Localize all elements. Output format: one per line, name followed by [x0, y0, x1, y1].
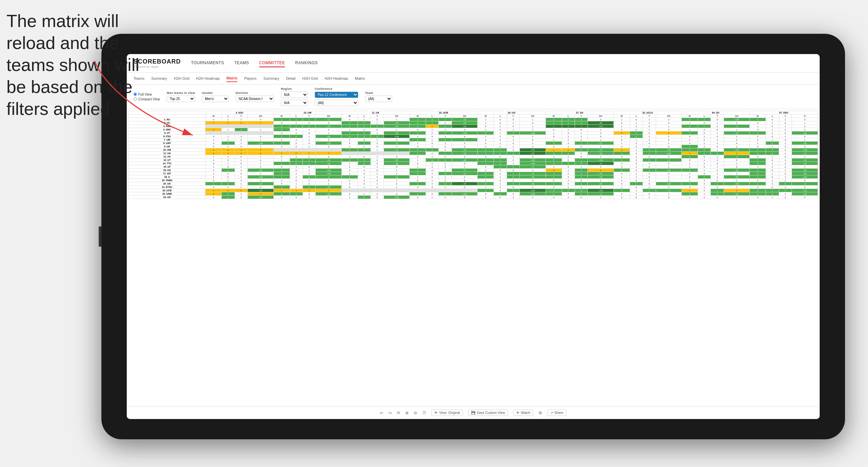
matrix-cell: +12	[384, 175, 410, 179]
matrix-cell: 1	[426, 121, 439, 125]
max-teams-select[interactable]: Top 25	[167, 96, 195, 102]
matrix-cell: 2	[792, 125, 818, 128]
matrix-cell: 1	[656, 142, 682, 145]
matrix-cell: 0	[290, 135, 303, 138]
matrix-cell: 1	[507, 121, 520, 125]
timer-icon[interactable]: ⏱	[422, 411, 426, 415]
matrix-cell: 2	[494, 169, 507, 172]
share-btn[interactable]: ↗ Share	[547, 410, 566, 416]
matrix-cell: 1	[724, 135, 750, 138]
sh-w1: W	[206, 115, 222, 118]
view-original-btn[interactable]: 👁 View: Original	[431, 410, 463, 416]
matrix-cell: 2	[410, 186, 426, 189]
matrix-cell: 1	[341, 138, 358, 142]
matrix-cell: 2	[358, 162, 370, 165]
matrix-cell: +100	[520, 189, 546, 192]
subnav-summary1[interactable]: Summary	[151, 75, 167, 82]
matrix-cell: 1	[562, 152, 575, 155]
undo-icon[interactable]: ↩	[380, 411, 383, 415]
matrix-cell: 1	[222, 162, 235, 165]
matrix-cell: 0	[613, 138, 630, 142]
nav-committee[interactable]: COMMITTEE	[259, 59, 285, 67]
nav-rankings[interactable]: RANKINGS	[295, 59, 318, 67]
matrix-cell: 0	[546, 162, 562, 165]
refresh-icon[interactable]: ⟳	[397, 411, 400, 415]
matrix-cell: +52	[384, 158, 410, 162]
subnav-matrix1[interactable]: Matrix	[226, 75, 237, 82]
matrix-cell: 1	[562, 118, 575, 121]
matrix-cell: 0	[273, 182, 290, 186]
matrix-cell: 0	[630, 145, 643, 148]
matrix-cell: 0	[766, 142, 779, 145]
matrix-cell: 1	[588, 196, 614, 199]
matrix-cell: 0	[235, 162, 247, 165]
team-select[interactable]: (All)	[365, 96, 392, 102]
matrix-cell: 1	[358, 142, 370, 145]
subnav-h2h-grid2[interactable]: H2H Grid	[302, 75, 318, 82]
matrix-cell: 0	[478, 182, 494, 186]
matrix-cell: 0	[316, 155, 342, 158]
sh-l8: L	[698, 115, 711, 118]
matrix-cell: 1	[656, 131, 682, 135]
matrix-cell: 2	[613, 145, 630, 148]
redo-icon[interactable]: ↪	[388, 411, 392, 415]
matrix-area[interactable]: 3. ASU 10. UW 11. UA 22. UCB 24. UO 27. …	[127, 109, 820, 406]
matrix-cell: 1	[358, 175, 370, 179]
zoom-out-icon[interactable]: ⊖	[414, 411, 417, 415]
settings-icon[interactable]: ⚙	[538, 411, 542, 415]
matrix-cell: 0	[546, 118, 562, 121]
region-select2[interactable]: N/A	[281, 100, 308, 106]
subnav-detail[interactable]: Detail	[286, 75, 295, 82]
subnav-h2h-heatmap2[interactable]: H2H Heatmap	[324, 75, 348, 82]
matrix-cell: 0	[426, 125, 439, 128]
region-select[interactable]: N/A	[281, 92, 308, 98]
matrix-cell: 1	[682, 145, 698, 148]
division-select[interactable]: NCAA Division I	[236, 96, 274, 102]
matrix-cell	[248, 125, 274, 128]
matrix-cell: 1	[371, 172, 384, 175]
subnav-summary2[interactable]: Summary	[263, 75, 279, 82]
matrix-cell: 0	[562, 125, 575, 128]
subnav-h2h-heatmap1[interactable]: H2H Heatmap	[196, 75, 220, 82]
table-row: 11. UA01201012201+40120+52012+80101+1000…	[129, 152, 818, 155]
table-row: 19. TAMU01012010120101201012010120101201…	[129, 179, 818, 182]
watch-btn[interactable]: 👁 Watch	[513, 410, 533, 416]
table-row: 22. UCB120+300120201+100120+160012+51012…	[129, 189, 818, 192]
matrix-cell: 2	[290, 175, 303, 179]
matrix-cell: +52	[316, 192, 342, 196]
matrix-cell: 1	[562, 196, 575, 199]
matrix-cell: 0	[222, 165, 235, 169]
matrix-cell: 1	[384, 179, 410, 182]
matrix-cell: 0	[303, 165, 315, 169]
matrix-cell: 1	[494, 131, 507, 135]
matrix-cell: 0	[452, 145, 478, 148]
matrix-cell: 1	[290, 155, 303, 158]
matrix-cell: +52	[452, 125, 478, 128]
subnav-h2h-grid1[interactable]: H2H Grid	[174, 75, 189, 82]
matrix-cell: 2	[520, 145, 546, 148]
subnav-players[interactable]: Players	[244, 75, 257, 82]
matrix-cell: 0	[630, 135, 643, 138]
save-custom-btn[interactable]: 💾 Save Custom View	[468, 410, 508, 416]
gender-select[interactable]: Men's	[202, 96, 229, 102]
conference-all-select[interactable]: (All)	[315, 100, 358, 106]
matrix-cell: 2	[750, 169, 766, 172]
nav-teams[interactable]: TEAMS	[234, 59, 249, 67]
matrix-cell: 1	[341, 172, 358, 175]
matrix-cell: 1	[206, 148, 222, 152]
nav-tournaments[interactable]: TOURNAMENTS	[191, 59, 224, 67]
matrix-cell: 2	[520, 128, 546, 131]
matrix-cell: +80	[588, 182, 614, 186]
subnav-matrix2[interactable]: Matrix	[355, 75, 365, 82]
matrix-cell: 1	[303, 169, 315, 172]
zoom-icon[interactable]: ⊕	[405, 411, 409, 415]
table-row: 15. UF1012010120101201012+51012010120101…	[129, 165, 818, 169]
matrix-cell: 1	[613, 169, 630, 172]
matrix-cell: 0	[711, 128, 724, 131]
matrix-cell: +100	[248, 142, 274, 145]
matrix-cell: 0	[426, 186, 439, 189]
matrix-cell: 0	[575, 121, 587, 125]
matrix-cell: 1	[439, 175, 452, 179]
matrix-cell: 0	[341, 142, 358, 145]
conference-select[interactable]: Pac-12 Conference	[315, 92, 358, 98]
